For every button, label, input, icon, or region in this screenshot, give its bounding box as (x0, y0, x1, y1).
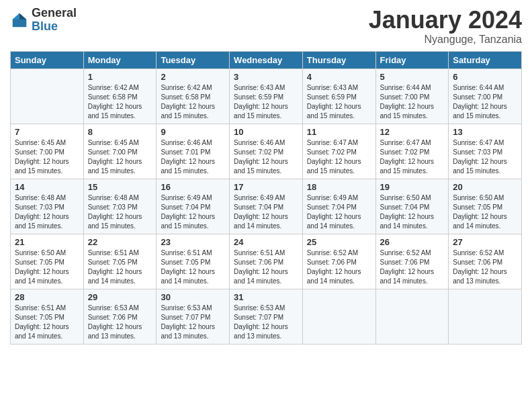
table-row: 4Sunrise: 6:43 AM Sunset: 6:59 PM Daylig… (302, 68, 375, 124)
table-row: 27Sunrise: 6:52 AM Sunset: 7:06 PM Dayli… (449, 234, 522, 289)
calendar-table: Sunday Monday Tuesday Wednesday Thursday… (10, 51, 522, 345)
day-number: 17 (234, 182, 298, 192)
table-row: 19Sunrise: 6:50 AM Sunset: 7:04 PM Dayli… (375, 179, 449, 234)
day-number: 11 (307, 127, 371, 137)
day-info: Sunrise: 6:47 AM Sunset: 7:02 PM Dayligh… (380, 138, 445, 176)
title-location: Nyanguge, Tanzania (369, 34, 522, 46)
table-row: 8Sunrise: 6:45 AM Sunset: 7:00 PM Daylig… (83, 124, 157, 179)
svg-marker-1 (19, 13, 26, 19)
day-info: Sunrise: 6:51 AM Sunset: 7:06 PM Dayligh… (234, 248, 298, 286)
day-number: 22 (88, 237, 152, 247)
day-info: Sunrise: 6:53 AM Sunset: 7:06 PM Dayligh… (88, 304, 152, 341)
logo-icon (10, 11, 29, 30)
day-info: Sunrise: 6:43 AM Sunset: 6:59 PM Dayligh… (307, 83, 371, 121)
day-info: Sunrise: 6:43 AM Sunset: 6:59 PM Dayligh… (234, 83, 298, 121)
table-row: 29Sunrise: 6:53 AM Sunset: 7:06 PM Dayli… (83, 289, 157, 344)
day-info: Sunrise: 6:48 AM Sunset: 7:03 PM Dayligh… (15, 193, 79, 231)
day-info: Sunrise: 6:50 AM Sunset: 7:05 PM Dayligh… (15, 248, 79, 286)
header: General Blue January 2024 Nyanguge, Tanz… (10, 7, 522, 46)
day-number: 5 (380, 72, 445, 82)
day-info: Sunrise: 6:47 AM Sunset: 7:03 PM Dayligh… (453, 138, 517, 176)
day-number: 12 (380, 127, 445, 137)
day-info: Sunrise: 6:51 AM Sunset: 7:05 PM Dayligh… (15, 304, 79, 341)
table-row: 6Sunrise: 6:44 AM Sunset: 7:00 PM Daylig… (449, 68, 522, 124)
day-info: Sunrise: 6:52 AM Sunset: 7:06 PM Dayligh… (453, 248, 517, 286)
table-row: 3Sunrise: 6:43 AM Sunset: 6:59 PM Daylig… (230, 68, 303, 124)
table-row: 18Sunrise: 6:49 AM Sunset: 7:04 PM Dayli… (302, 179, 375, 234)
calendar-week-2: 7Sunrise: 6:45 AM Sunset: 7:00 PM Daylig… (11, 124, 522, 179)
day-number: 13 (453, 127, 517, 137)
header-row: Sunday Monday Tuesday Wednesday Thursday… (11, 51, 522, 68)
day-number: 3 (234, 72, 298, 82)
col-monday: Monday (83, 51, 157, 68)
logo: General Blue (10, 7, 77, 34)
col-thursday: Thursday (302, 51, 375, 68)
day-number: 2 (161, 72, 225, 82)
day-number: 15 (88, 182, 152, 192)
day-info: Sunrise: 6:42 AM Sunset: 6:58 PM Dayligh… (161, 83, 225, 121)
table-row (11, 68, 84, 124)
day-info: Sunrise: 6:53 AM Sunset: 7:07 PM Dayligh… (161, 304, 225, 341)
title-block: January 2024 Nyanguge, Tanzania (369, 7, 522, 46)
table-row: 10Sunrise: 6:46 AM Sunset: 7:02 PM Dayli… (230, 124, 303, 179)
col-wednesday: Wednesday (230, 51, 303, 68)
day-info: Sunrise: 6:45 AM Sunset: 7:00 PM Dayligh… (15, 138, 79, 176)
day-number: 24 (234, 237, 298, 247)
day-number: 30 (161, 292, 225, 302)
logo-blue: Blue (32, 20, 77, 34)
col-saturday: Saturday (449, 51, 522, 68)
table-row: 20Sunrise: 6:50 AM Sunset: 7:05 PM Dayli… (449, 179, 522, 234)
table-row: 23Sunrise: 6:51 AM Sunset: 7:05 PM Dayli… (157, 234, 230, 289)
day-number: 14 (15, 182, 79, 192)
day-info: Sunrise: 6:50 AM Sunset: 7:05 PM Dayligh… (453, 193, 517, 231)
day-info: Sunrise: 6:51 AM Sunset: 7:05 PM Dayligh… (88, 248, 152, 286)
day-info: Sunrise: 6:44 AM Sunset: 7:00 PM Dayligh… (380, 83, 445, 121)
day-info: Sunrise: 6:49 AM Sunset: 7:04 PM Dayligh… (307, 193, 371, 231)
day-number: 21 (15, 237, 79, 247)
table-row: 28Sunrise: 6:51 AM Sunset: 7:05 PM Dayli… (11, 289, 84, 344)
day-number: 19 (380, 182, 445, 192)
day-info: Sunrise: 6:42 AM Sunset: 6:58 PM Dayligh… (88, 83, 152, 121)
day-info: Sunrise: 6:51 AM Sunset: 7:05 PM Dayligh… (161, 248, 225, 286)
day-number: 9 (161, 127, 225, 137)
day-number: 31 (234, 292, 298, 302)
svg-marker-2 (13, 13, 19, 19)
day-info: Sunrise: 6:46 AM Sunset: 7:02 PM Dayligh… (234, 138, 298, 176)
table-row: 30Sunrise: 6:53 AM Sunset: 7:07 PM Dayli… (157, 289, 230, 344)
table-row: 26Sunrise: 6:52 AM Sunset: 7:06 PM Dayli… (375, 234, 449, 289)
table-row: 25Sunrise: 6:52 AM Sunset: 7:06 PM Dayli… (302, 234, 375, 289)
table-row: 31Sunrise: 6:53 AM Sunset: 7:07 PM Dayli… (230, 289, 303, 344)
calendar-week-3: 14Sunrise: 6:48 AM Sunset: 7:03 PM Dayli… (11, 179, 522, 234)
table-row: 9Sunrise: 6:46 AM Sunset: 7:01 PM Daylig… (157, 124, 230, 179)
day-number: 1 (88, 72, 152, 82)
col-tuesday: Tuesday (157, 51, 230, 68)
day-info: Sunrise: 6:45 AM Sunset: 7:00 PM Dayligh… (88, 138, 152, 176)
day-info: Sunrise: 6:48 AM Sunset: 7:03 PM Dayligh… (88, 193, 152, 231)
day-number: 23 (161, 237, 225, 247)
col-friday: Friday (375, 51, 449, 68)
day-number: 28 (15, 292, 79, 302)
table-row (302, 289, 375, 344)
day-number: 29 (88, 292, 152, 302)
table-row: 11Sunrise: 6:47 AM Sunset: 7:02 PM Dayli… (302, 124, 375, 179)
day-info: Sunrise: 6:47 AM Sunset: 7:02 PM Dayligh… (307, 138, 371, 176)
table-row (449, 289, 522, 344)
col-sunday: Sunday (11, 51, 84, 68)
day-info: Sunrise: 6:46 AM Sunset: 7:01 PM Dayligh… (161, 138, 225, 176)
page: General Blue January 2024 Nyanguge, Tanz… (0, 0, 532, 411)
day-number: 7 (15, 127, 79, 137)
table-row: 13Sunrise: 6:47 AM Sunset: 7:03 PM Dayli… (449, 124, 522, 179)
table-row: 21Sunrise: 6:50 AM Sunset: 7:05 PM Dayli… (11, 234, 84, 289)
day-number: 20 (453, 182, 517, 192)
day-number: 16 (161, 182, 225, 192)
calendar-week-4: 21Sunrise: 6:50 AM Sunset: 7:05 PM Dayli… (11, 234, 522, 289)
day-number: 26 (380, 237, 445, 247)
day-number: 4 (307, 72, 371, 82)
logo-text: General Blue (32, 7, 77, 34)
day-info: Sunrise: 6:52 AM Sunset: 7:06 PM Dayligh… (380, 248, 445, 286)
day-number: 18 (307, 182, 371, 192)
day-number: 6 (453, 72, 517, 82)
table-row: 7Sunrise: 6:45 AM Sunset: 7:00 PM Daylig… (11, 124, 84, 179)
day-number: 10 (234, 127, 298, 137)
day-number: 27 (453, 237, 517, 247)
